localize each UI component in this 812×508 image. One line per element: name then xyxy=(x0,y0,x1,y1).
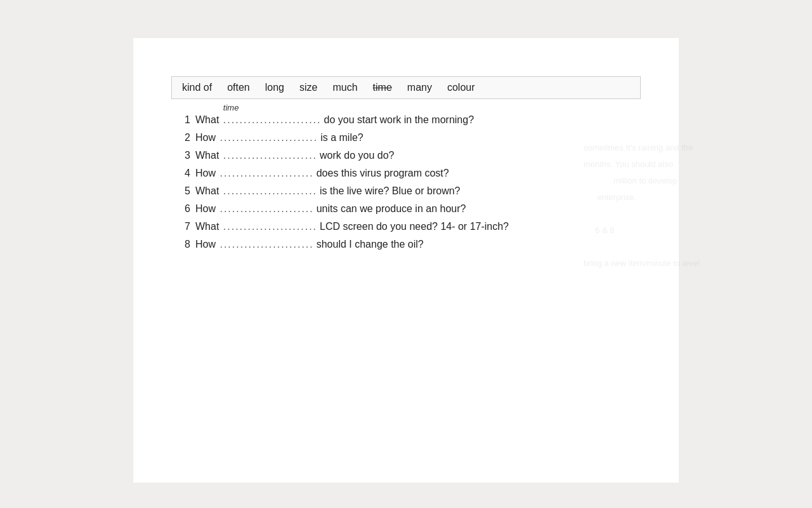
word-list-box: kind ofoftenlongsizemuchtimemanycolour xyxy=(171,76,641,99)
word-item: size xyxy=(299,82,317,93)
question-row: 5What ....................... is the liv… xyxy=(171,185,641,197)
word-item: long xyxy=(265,82,284,93)
question-dots: ....................... xyxy=(219,168,313,179)
question-answer-container: ....................... xyxy=(219,203,316,215)
question-number: 5 xyxy=(171,185,190,197)
question-rest: work do you do? xyxy=(320,150,641,161)
word-item: kind of xyxy=(182,82,212,93)
question-answer-container: ........................ xyxy=(219,132,320,144)
question-starter: How xyxy=(195,203,216,215)
question-answer-container: ....................... xyxy=(223,185,320,197)
question-dots: ....................... xyxy=(219,203,313,215)
question-answer-above: time xyxy=(223,103,239,112)
question-number: 8 xyxy=(171,239,190,250)
question-number: 2 xyxy=(171,132,190,144)
word-item: often xyxy=(227,82,250,93)
question-answer-container: ....................... xyxy=(223,150,320,161)
question-starter: What xyxy=(195,150,219,161)
question-number: 7 xyxy=(171,221,190,232)
word-item: many xyxy=(407,82,432,93)
question-row: 6How ....................... units can w… xyxy=(171,203,641,215)
word-item: time xyxy=(373,82,392,93)
question-number: 4 xyxy=(171,168,190,179)
word-item: colour xyxy=(447,82,475,93)
question-starter: What xyxy=(195,114,219,126)
question-rest: does this virus program cost? xyxy=(317,168,641,179)
question-dots: ....................... xyxy=(223,150,317,161)
question-answer-container: ....................... xyxy=(219,239,316,250)
question-dots: ........................ xyxy=(219,132,318,144)
question-starter: What xyxy=(195,221,219,232)
question-dots: ....................... xyxy=(219,239,313,250)
question-dots: ....................... xyxy=(223,185,317,197)
question-starter: What xyxy=(195,185,219,197)
question-dots: ....................... xyxy=(223,221,317,232)
question-row: 3What ....................... work do yo… xyxy=(171,150,641,161)
question-rest: LCD screen do you need? 14- or 17-inch? xyxy=(320,221,641,232)
question-rest: units can we produce in an hour? xyxy=(317,203,641,215)
question-answer-container: time........................ xyxy=(223,114,324,126)
question-rest: is the live wire? Blue or brown? xyxy=(320,185,641,197)
question-answer-container: ....................... xyxy=(219,168,316,179)
question-row: 8How ....................... should I ch… xyxy=(171,239,641,250)
question-starter: How xyxy=(195,168,216,179)
question-row: 4How ....................... does this v… xyxy=(171,168,641,179)
question-answer-container: ....................... xyxy=(223,221,320,232)
exercise-page: kind ofoftenlongsizemuchtimemanycolour 1… xyxy=(133,38,679,483)
question-rest: should I change the oil? xyxy=(317,239,641,250)
question-row: 7What ....................... LCD screen… xyxy=(171,221,641,232)
question-row: 1What time........................ do yo… xyxy=(171,114,641,126)
question-row: 2How ........................ is a mile? xyxy=(171,132,641,144)
question-rest: do you start work in the morning? xyxy=(324,114,641,126)
question-number: 1 xyxy=(171,114,190,126)
word-item: much xyxy=(332,82,357,93)
question-rest: is a mile? xyxy=(320,132,641,144)
question-starter: How xyxy=(195,239,216,250)
question-starter: How xyxy=(195,132,216,144)
question-number: 3 xyxy=(171,150,190,161)
question-dots: ........................ xyxy=(223,114,322,126)
question-number: 6 xyxy=(171,203,190,215)
questions-list: 1What time........................ do yo… xyxy=(171,114,641,250)
